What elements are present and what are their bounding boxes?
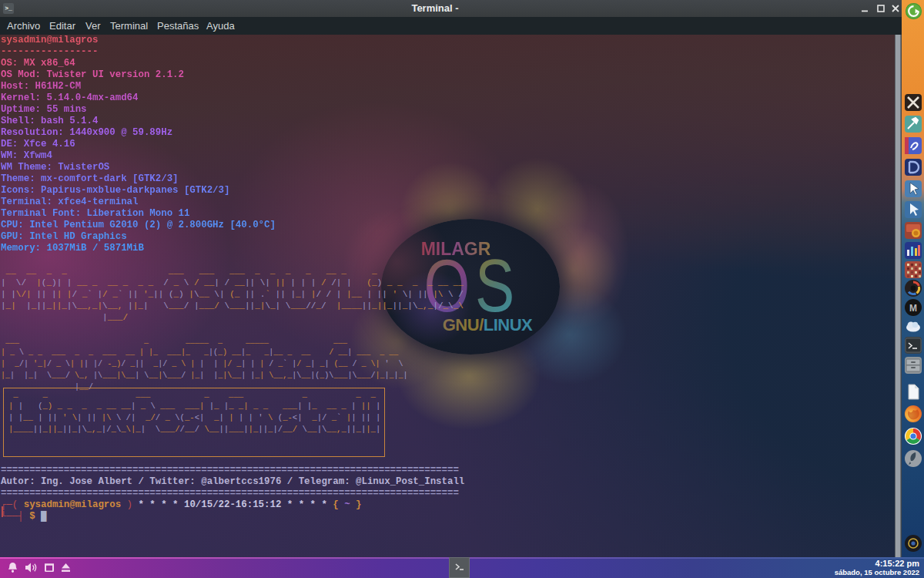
svg-text:M: M: [909, 303, 917, 314]
svg-text:S: S: [475, 257, 514, 323]
